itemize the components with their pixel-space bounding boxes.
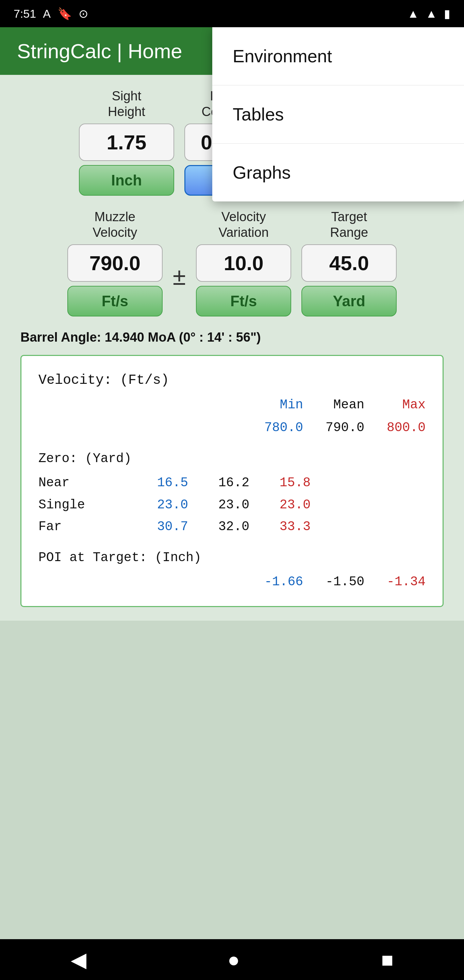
poi-section: POI at Target: (Inch) -1.66 -1.50 -1.34 — [38, 547, 426, 592]
nav-home-button[interactable]: ● — [227, 948, 240, 972]
plus-minus-symbol: ± — [173, 263, 186, 290]
sight-height-label: SightHeight — [108, 89, 145, 119]
status-bar: 7:51 A 🔖 ⊙ ▲ ▲ ▮ — [0, 0, 464, 27]
results-box: Velocity: (Ft/s) Min Mean Max 780.0 790.… — [21, 355, 443, 607]
zero-near-max: 15.8 — [249, 473, 311, 493]
poi-max: -1.34 — [364, 572, 426, 592]
zero-far-min: 30.7 — [127, 517, 188, 537]
nav-back-button[interactable]: ◀ — [71, 948, 86, 972]
poi-title: POI at Target: (Inch) — [38, 547, 426, 568]
muzzle-velocity-value[interactable]: 790.0 — [67, 244, 163, 282]
col-header-mean: Mean — [303, 395, 364, 415]
status-time: 7:51 — [14, 7, 36, 21]
zero-section-title: Zero: (Yard) — [38, 449, 426, 469]
velocity-variation-group: VelocityVariation 10.0 Ft/s — [196, 209, 291, 317]
velocity-variation-unit[interactable]: Ft/s — [196, 286, 291, 317]
velocity-variation-value[interactable]: 10.0 — [196, 244, 291, 282]
dropdown-menu: Environment Tables Graphs — [212, 27, 464, 202]
zero-single-min: 23.0 — [127, 495, 188, 515]
sight-height-value[interactable]: 1.75 — [79, 124, 174, 161]
bottom-nav: ◀ ● ■ — [0, 939, 464, 980]
barrel-angle: Barrel Angle: 14.940 MoA (0° : 14' : 56"… — [21, 330, 443, 345]
zero-near-mean: 16.2 — [188, 473, 249, 493]
velocity-col-headers: Min Mean Max — [38, 395, 426, 415]
menu-item-tables[interactable]: Tables — [212, 86, 464, 143]
velocity-min: 780.0 — [242, 417, 303, 438]
muzzle-velocity-unit[interactable]: Ft/s — [67, 286, 163, 317]
signal-icon: ▲ — [426, 7, 437, 21]
poi-min: -1.66 — [242, 572, 303, 592]
velocity-variation-label: VelocityVariation — [219, 209, 269, 240]
zero-near-min: 16.5 — [127, 473, 188, 493]
zero-row-near: Near 16.5 16.2 15.8 — [38, 473, 426, 493]
nav-recent-button[interactable]: ■ — [381, 948, 393, 972]
col-header-max: Max — [364, 395, 426, 415]
target-range-group: TargetRange 45.0 Yard — [301, 209, 397, 317]
wifi-icon: ▲ — [408, 7, 419, 21]
poi-mean: -1.50 — [303, 572, 364, 592]
sight-height-unit[interactable]: Inch — [79, 165, 174, 196]
zero-single-max: 23.0 — [249, 495, 311, 515]
poi-values-row: -1.66 -1.50 -1.34 — [38, 572, 426, 592]
zero-single-label: Single — [38, 495, 127, 515]
status-icon-3: ⊙ — [79, 7, 88, 21]
zero-far-max: 33.3 — [249, 517, 311, 537]
target-range-label: TargetRange — [330, 209, 368, 240]
status-icon-1: A — [43, 7, 51, 21]
zero-far-mean: 32.0 — [188, 517, 249, 537]
zero-near-label: Near — [38, 473, 127, 493]
col-header-min: Min — [242, 395, 303, 415]
zero-row-single: Single 23.0 23.0 23.0 — [38, 495, 426, 515]
velocity-mean: 790.0 — [303, 417, 364, 438]
muzzle-velocity-label: MuzzleVelocity — [92, 209, 137, 240]
velocity-max: 800.0 — [364, 417, 426, 438]
zero-far-label: Far — [38, 517, 127, 537]
battery-icon: ▮ — [444, 7, 450, 21]
velocity-section-title: Velocity: (Ft/s) — [38, 369, 426, 391]
app-title: StringCalc | Home — [17, 40, 182, 63]
target-range-value[interactable]: 45.0 — [301, 244, 397, 282]
zero-row-far: Far 30.7 32.0 33.3 — [38, 517, 426, 537]
status-icon-2: 🔖 — [57, 7, 72, 21]
menu-item-graphs[interactable]: Graphs — [212, 143, 464, 202]
menu-item-environment[interactable]: Environment — [212, 27, 464, 86]
zero-single-mean: 23.0 — [188, 495, 249, 515]
input-row-2: MuzzleVelocity 790.0 Ft/s ± VelocityVari… — [21, 209, 443, 317]
target-range-unit[interactable]: Yard — [301, 286, 397, 317]
muzzle-velocity-group: MuzzleVelocity 790.0 Ft/s — [67, 209, 163, 317]
sight-height-group: SightHeight 1.75 Inch — [79, 89, 174, 196]
velocity-values: 780.0 790.0 800.0 — [38, 417, 426, 438]
